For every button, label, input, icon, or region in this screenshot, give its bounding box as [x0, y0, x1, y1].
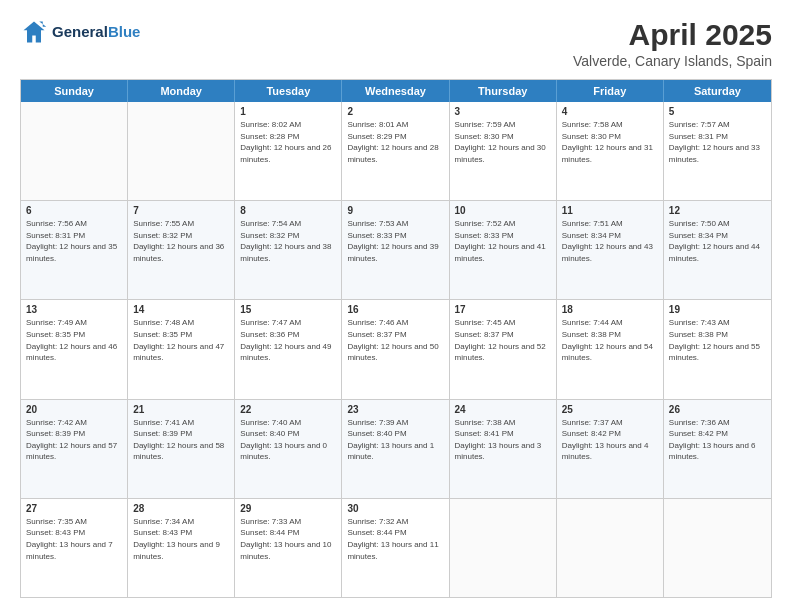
day-number: 6	[26, 205, 122, 216]
day-number: 13	[26, 304, 122, 315]
calendar-cell: 30Sunrise: 7:32 AM Sunset: 8:44 PM Dayli…	[342, 499, 449, 597]
day-number: 21	[133, 404, 229, 415]
day-number: 4	[562, 106, 658, 117]
day-number: 18	[562, 304, 658, 315]
day-info: Sunrise: 7:50 AM Sunset: 8:34 PM Dayligh…	[669, 218, 766, 264]
svg-marker-1	[39, 22, 46, 27]
day-number: 7	[133, 205, 229, 216]
day-info: Sunrise: 7:44 AM Sunset: 8:38 PM Dayligh…	[562, 317, 658, 363]
calendar-week: 20Sunrise: 7:42 AM Sunset: 8:39 PM Dayli…	[21, 400, 771, 499]
calendar: SundayMondayTuesdayWednesdayThursdayFrid…	[20, 79, 772, 598]
day-info: Sunrise: 7:56 AM Sunset: 8:31 PM Dayligh…	[26, 218, 122, 264]
subtitle: Valverde, Canary Islands, Spain	[573, 53, 772, 69]
day-number: 19	[669, 304, 766, 315]
calendar-cell: 13Sunrise: 7:49 AM Sunset: 8:35 PM Dayli…	[21, 300, 128, 398]
calendar-cell: 28Sunrise: 7:34 AM Sunset: 8:43 PM Dayli…	[128, 499, 235, 597]
day-number: 12	[669, 205, 766, 216]
day-info: Sunrise: 7:36 AM Sunset: 8:42 PM Dayligh…	[669, 417, 766, 463]
calendar-cell	[664, 499, 771, 597]
calendar-cell: 1Sunrise: 8:02 AM Sunset: 8:28 PM Daylig…	[235, 102, 342, 200]
calendar-cell: 21Sunrise: 7:41 AM Sunset: 8:39 PM Dayli…	[128, 400, 235, 498]
day-number: 24	[455, 404, 551, 415]
calendar-week: 6Sunrise: 7:56 AM Sunset: 8:31 PM Daylig…	[21, 201, 771, 300]
day-info: Sunrise: 7:41 AM Sunset: 8:39 PM Dayligh…	[133, 417, 229, 463]
calendar-week: 13Sunrise: 7:49 AM Sunset: 8:35 PM Dayli…	[21, 300, 771, 399]
calendar-header-row: SundayMondayTuesdayWednesdayThursdayFrid…	[21, 80, 771, 102]
calendar-cell: 10Sunrise: 7:52 AM Sunset: 8:33 PM Dayli…	[450, 201, 557, 299]
day-info: Sunrise: 7:55 AM Sunset: 8:32 PM Dayligh…	[133, 218, 229, 264]
day-number: 14	[133, 304, 229, 315]
day-info: Sunrise: 7:39 AM Sunset: 8:40 PM Dayligh…	[347, 417, 443, 463]
calendar-cell: 5Sunrise: 7:57 AM Sunset: 8:31 PM Daylig…	[664, 102, 771, 200]
calendar-header-cell: Wednesday	[342, 80, 449, 102]
calendar-cell: 16Sunrise: 7:46 AM Sunset: 8:37 PM Dayli…	[342, 300, 449, 398]
day-number: 16	[347, 304, 443, 315]
calendar-cell: 17Sunrise: 7:45 AM Sunset: 8:37 PM Dayli…	[450, 300, 557, 398]
day-number: 3	[455, 106, 551, 117]
calendar-cell: 4Sunrise: 7:58 AM Sunset: 8:30 PM Daylig…	[557, 102, 664, 200]
calendar-cell: 25Sunrise: 7:37 AM Sunset: 8:42 PM Dayli…	[557, 400, 664, 498]
day-number: 17	[455, 304, 551, 315]
day-info: Sunrise: 7:43 AM Sunset: 8:38 PM Dayligh…	[669, 317, 766, 363]
day-number: 1	[240, 106, 336, 117]
calendar-cell: 26Sunrise: 7:36 AM Sunset: 8:42 PM Dayli…	[664, 400, 771, 498]
day-info: Sunrise: 7:46 AM Sunset: 8:37 PM Dayligh…	[347, 317, 443, 363]
calendar-cell: 18Sunrise: 7:44 AM Sunset: 8:38 PM Dayli…	[557, 300, 664, 398]
calendar-week: 1Sunrise: 8:02 AM Sunset: 8:28 PM Daylig…	[21, 102, 771, 201]
day-info: Sunrise: 7:53 AM Sunset: 8:33 PM Dayligh…	[347, 218, 443, 264]
day-info: Sunrise: 7:37 AM Sunset: 8:42 PM Dayligh…	[562, 417, 658, 463]
calendar-cell: 2Sunrise: 8:01 AM Sunset: 8:29 PM Daylig…	[342, 102, 449, 200]
calendar-cell: 11Sunrise: 7:51 AM Sunset: 8:34 PM Dayli…	[557, 201, 664, 299]
day-number: 10	[455, 205, 551, 216]
logo-icon	[20, 18, 48, 46]
calendar-cell	[450, 499, 557, 597]
calendar-cell: 29Sunrise: 7:33 AM Sunset: 8:44 PM Dayli…	[235, 499, 342, 597]
day-number: 30	[347, 503, 443, 514]
calendar-cell: 22Sunrise: 7:40 AM Sunset: 8:40 PM Dayli…	[235, 400, 342, 498]
day-info: Sunrise: 7:35 AM Sunset: 8:43 PM Dayligh…	[26, 516, 122, 562]
day-number: 25	[562, 404, 658, 415]
calendar-cell: 20Sunrise: 7:42 AM Sunset: 8:39 PM Dayli…	[21, 400, 128, 498]
calendar-cell: 12Sunrise: 7:50 AM Sunset: 8:34 PM Dayli…	[664, 201, 771, 299]
day-info: Sunrise: 7:49 AM Sunset: 8:35 PM Dayligh…	[26, 317, 122, 363]
calendar-cell	[557, 499, 664, 597]
day-number: 2	[347, 106, 443, 117]
calendar-cell: 27Sunrise: 7:35 AM Sunset: 8:43 PM Dayli…	[21, 499, 128, 597]
day-number: 20	[26, 404, 122, 415]
day-info: Sunrise: 7:32 AM Sunset: 8:44 PM Dayligh…	[347, 516, 443, 562]
calendar-header-cell: Friday	[557, 80, 664, 102]
day-info: Sunrise: 7:45 AM Sunset: 8:37 PM Dayligh…	[455, 317, 551, 363]
day-number: 5	[669, 106, 766, 117]
svg-marker-0	[24, 22, 45, 43]
day-info: Sunrise: 7:34 AM Sunset: 8:43 PM Dayligh…	[133, 516, 229, 562]
calendar-body: 1Sunrise: 8:02 AM Sunset: 8:28 PM Daylig…	[21, 102, 771, 597]
calendar-header-cell: Saturday	[664, 80, 771, 102]
day-number: 27	[26, 503, 122, 514]
main-title: April 2025	[573, 18, 772, 51]
calendar-cell: 8Sunrise: 7:54 AM Sunset: 8:32 PM Daylig…	[235, 201, 342, 299]
day-info: Sunrise: 7:52 AM Sunset: 8:33 PM Dayligh…	[455, 218, 551, 264]
calendar-cell: 9Sunrise: 7:53 AM Sunset: 8:33 PM Daylig…	[342, 201, 449, 299]
calendar-cell: 14Sunrise: 7:48 AM Sunset: 8:35 PM Dayli…	[128, 300, 235, 398]
calendar-cell: 19Sunrise: 7:43 AM Sunset: 8:38 PM Dayli…	[664, 300, 771, 398]
calendar-cell: 7Sunrise: 7:55 AM Sunset: 8:32 PM Daylig…	[128, 201, 235, 299]
calendar-week: 27Sunrise: 7:35 AM Sunset: 8:43 PM Dayli…	[21, 499, 771, 597]
day-info: Sunrise: 7:54 AM Sunset: 8:32 PM Dayligh…	[240, 218, 336, 264]
calendar-cell: 23Sunrise: 7:39 AM Sunset: 8:40 PM Dayli…	[342, 400, 449, 498]
day-info: Sunrise: 7:51 AM Sunset: 8:34 PM Dayligh…	[562, 218, 658, 264]
page: GeneralBlue April 2025 Valverde, Canary …	[0, 0, 792, 612]
day-number: 26	[669, 404, 766, 415]
day-info: Sunrise: 7:59 AM Sunset: 8:30 PM Dayligh…	[455, 119, 551, 165]
day-number: 11	[562, 205, 658, 216]
logo-blue-text: Blue	[108, 23, 141, 40]
day-info: Sunrise: 8:02 AM Sunset: 8:28 PM Dayligh…	[240, 119, 336, 165]
logo-text-block: GeneralBlue	[52, 24, 140, 41]
day-number: 23	[347, 404, 443, 415]
calendar-header-cell: Sunday	[21, 80, 128, 102]
day-info: Sunrise: 7:33 AM Sunset: 8:44 PM Dayligh…	[240, 516, 336, 562]
day-number: 29	[240, 503, 336, 514]
day-info: Sunrise: 7:42 AM Sunset: 8:39 PM Dayligh…	[26, 417, 122, 463]
header: GeneralBlue April 2025 Valverde, Canary …	[20, 18, 772, 69]
calendar-header-cell: Thursday	[450, 80, 557, 102]
calendar-header-cell: Tuesday	[235, 80, 342, 102]
